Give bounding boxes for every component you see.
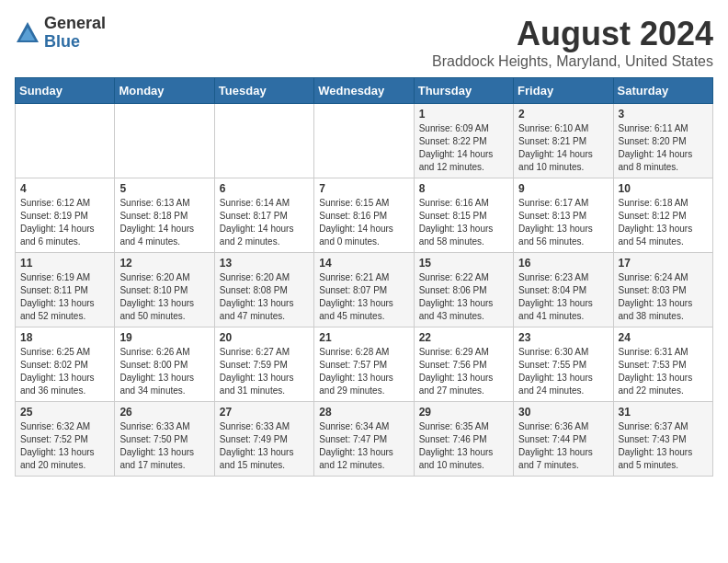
calendar-cell: 10Sunrise: 6:18 AMSunset: 8:12 PMDayligh… [613, 178, 712, 253]
day-info: Sunrise: 6:16 AMSunset: 8:15 PMDaylight:… [419, 197, 508, 248]
calendar-cell: 4Sunrise: 6:12 AMSunset: 8:19 PMDaylight… [16, 178, 115, 253]
day-number: 26 [119, 406, 209, 419]
day-number: 28 [319, 406, 408, 419]
day-info: Sunrise: 6:37 AMSunset: 7:43 PMDaylight:… [619, 420, 708, 472]
day-info: Sunrise: 6:28 AMSunset: 7:57 PMDaylight:… [319, 346, 408, 397]
day-info: Sunrise: 6:13 AMSunset: 8:18 PMDaylight:… [119, 197, 209, 248]
day-info: Sunrise: 6:27 AMSunset: 7:59 PMDaylight:… [220, 346, 309, 397]
day-info: Sunrise: 6:32 AMSunset: 7:52 PMDaylight:… [20, 420, 109, 472]
day-info: Sunrise: 6:17 AMSunset: 8:13 PMDaylight:… [518, 197, 608, 248]
day-info: Sunrise: 6:19 AMSunset: 8:11 PMDaylight:… [20, 271, 109, 323]
day-number: 1 [419, 108, 508, 121]
calendar-cell: 2Sunrise: 6:10 AMSunset: 8:21 PMDaylight… [514, 104, 613, 178]
day-number: 11 [20, 257, 109, 270]
calendar-cell: 20Sunrise: 6:27 AMSunset: 7:59 PMDayligh… [214, 327, 313, 402]
calendar-cell: 31Sunrise: 6:37 AMSunset: 7:43 PMDayligh… [613, 402, 712, 477]
calendar-cell: 19Sunrise: 6:26 AMSunset: 8:00 PMDayligh… [115, 327, 214, 402]
calendar-cell [314, 104, 414, 178]
calendar-cell [214, 104, 313, 178]
calendar-table: SundayMondayTuesdayWednesdayThursdayFrid… [15, 77, 713, 477]
calendar-cell: 22Sunrise: 6:29 AMSunset: 7:56 PMDayligh… [414, 327, 513, 402]
logo: General Blue [15, 15, 106, 52]
calendar-cell: 9Sunrise: 6:17 AMSunset: 8:13 PMDaylight… [514, 178, 613, 253]
calendar-cell: 23Sunrise: 6:30 AMSunset: 7:55 PMDayligh… [514, 327, 613, 402]
calendar-cell: 5Sunrise: 6:13 AMSunset: 8:18 PMDaylight… [115, 178, 214, 253]
day-number: 27 [220, 406, 309, 419]
day-info: Sunrise: 6:11 AMSunset: 8:20 PMDaylight:… [619, 122, 708, 174]
day-number: 20 [220, 331, 309, 344]
day-info: Sunrise: 6:15 AMSunset: 8:16 PMDaylight:… [319, 197, 408, 248]
header-sunday: Sunday [16, 78, 115, 104]
week-row-1: 1Sunrise: 6:09 AMSunset: 8:22 PMDaylight… [16, 104, 713, 178]
day-number: 12 [119, 257, 209, 270]
day-number: 29 [419, 406, 508, 419]
logo-blue: Blue [44, 33, 106, 52]
day-number: 23 [518, 331, 608, 344]
week-row-4: 18Sunrise: 6:25 AMSunset: 8:02 PMDayligh… [16, 327, 713, 402]
day-info: Sunrise: 6:25 AMSunset: 8:02 PMDaylight:… [20, 346, 109, 397]
header-monday: Monday [115, 78, 214, 104]
calendar-cell: 25Sunrise: 6:32 AMSunset: 7:52 PMDayligh… [16, 402, 115, 477]
logo-text: General Blue [44, 15, 106, 52]
subtitle: Braddock Heights, Maryland, United State… [432, 53, 713, 70]
calendar-cell: 18Sunrise: 6:25 AMSunset: 8:02 PMDayligh… [16, 327, 115, 402]
day-info: Sunrise: 6:33 AMSunset: 7:49 PMDaylight:… [220, 420, 309, 472]
day-number: 16 [518, 257, 608, 270]
calendar-cell: 30Sunrise: 6:36 AMSunset: 7:44 PMDayligh… [514, 402, 613, 477]
day-info: Sunrise: 6:34 AMSunset: 7:47 PMDaylight:… [319, 420, 408, 472]
header-saturday: Saturday [613, 78, 712, 104]
day-number: 22 [419, 331, 508, 344]
logo-general: General [44, 15, 106, 33]
day-info: Sunrise: 6:14 AMSunset: 8:17 PMDaylight:… [220, 197, 309, 248]
day-info: Sunrise: 6:18 AMSunset: 8:12 PMDaylight:… [619, 197, 708, 248]
calendar-cell: 12Sunrise: 6:20 AMSunset: 8:10 PMDayligh… [115, 253, 214, 327]
day-info: Sunrise: 6:23 AMSunset: 8:04 PMDaylight:… [518, 271, 608, 323]
day-info: Sunrise: 6:36 AMSunset: 7:44 PMDaylight:… [518, 420, 608, 472]
title-block: August 2024 Braddock Heights, Maryland, … [432, 15, 713, 70]
header-wednesday: Wednesday [314, 78, 414, 104]
header-thursday: Thursday [414, 78, 513, 104]
week-row-3: 11Sunrise: 6:19 AMSunset: 8:11 PMDayligh… [16, 253, 713, 327]
calendar-cell: 13Sunrise: 6:20 AMSunset: 8:08 PMDayligh… [214, 253, 313, 327]
calendar-cell: 1Sunrise: 6:09 AMSunset: 8:22 PMDaylight… [414, 104, 513, 178]
week-row-2: 4Sunrise: 6:12 AMSunset: 8:19 PMDaylight… [16, 178, 713, 253]
day-info: Sunrise: 6:10 AMSunset: 8:21 PMDaylight:… [518, 122, 608, 174]
day-number: 30 [518, 406, 608, 419]
calendar-header-row: SundayMondayTuesdayWednesdayThursdayFrid… [16, 78, 713, 104]
calendar-cell: 28Sunrise: 6:34 AMSunset: 7:47 PMDayligh… [314, 402, 414, 477]
main-title: August 2024 [432, 15, 713, 53]
calendar-cell: 8Sunrise: 6:16 AMSunset: 8:15 PMDaylight… [414, 178, 513, 253]
day-info: Sunrise: 6:24 AMSunset: 8:03 PMDaylight:… [619, 271, 708, 323]
day-info: Sunrise: 6:35 AMSunset: 7:46 PMDaylight:… [419, 420, 508, 472]
calendar-cell: 11Sunrise: 6:19 AMSunset: 8:11 PMDayligh… [16, 253, 115, 327]
day-number: 21 [319, 331, 408, 344]
logo-icon [15, 20, 40, 46]
day-info: Sunrise: 6:31 AMSunset: 7:53 PMDaylight:… [619, 346, 708, 397]
day-info: Sunrise: 6:33 AMSunset: 7:50 PMDaylight:… [119, 420, 209, 472]
header-tuesday: Tuesday [214, 78, 313, 104]
day-number: 10 [619, 182, 708, 195]
day-number: 24 [619, 331, 708, 344]
day-number: 18 [20, 331, 109, 344]
calendar-cell: 21Sunrise: 6:28 AMSunset: 7:57 PMDayligh… [314, 327, 414, 402]
day-number: 19 [119, 331, 209, 344]
day-number: 6 [220, 182, 309, 195]
calendar-cell: 29Sunrise: 6:35 AMSunset: 7:46 PMDayligh… [414, 402, 513, 477]
header-friday: Friday [514, 78, 613, 104]
calendar-cell: 17Sunrise: 6:24 AMSunset: 8:03 PMDayligh… [613, 253, 712, 327]
day-info: Sunrise: 6:21 AMSunset: 8:07 PMDaylight:… [319, 271, 408, 323]
day-info: Sunrise: 6:29 AMSunset: 7:56 PMDaylight:… [419, 346, 508, 397]
day-info: Sunrise: 6:22 AMSunset: 8:06 PMDaylight:… [419, 271, 508, 323]
day-number: 13 [220, 257, 309, 270]
calendar-cell: 3Sunrise: 6:11 AMSunset: 8:20 PMDaylight… [613, 104, 712, 178]
calendar-cell [16, 104, 115, 178]
day-info: Sunrise: 6:12 AMSunset: 8:19 PMDaylight:… [20, 197, 109, 248]
page-header: General Blue August 2024 Braddock Height… [15, 15, 713, 70]
day-number: 14 [319, 257, 408, 270]
day-number: 2 [518, 108, 608, 121]
day-number: 8 [419, 182, 508, 195]
day-number: 9 [518, 182, 608, 195]
calendar-cell: 7Sunrise: 6:15 AMSunset: 8:16 PMDaylight… [314, 178, 414, 253]
day-number: 15 [419, 257, 508, 270]
day-number: 17 [619, 257, 708, 270]
